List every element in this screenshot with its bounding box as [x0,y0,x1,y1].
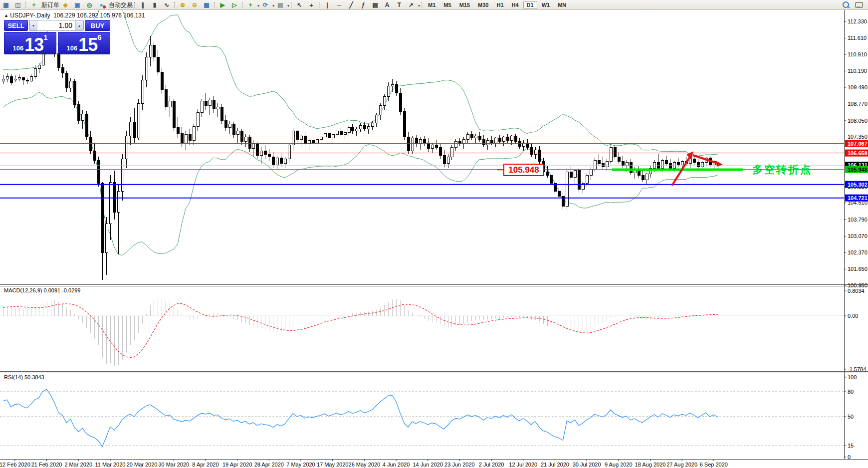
svg-text:100: 100 [848,374,857,380]
svg-text:107.350: 107.350 [848,134,868,140]
collapse-arrow-icon[interactable]: ▲ [4,13,8,18]
buy-button[interactable]: BUY [85,20,110,31]
chart-preview-icon[interactable]: ◫ [12,0,23,9]
svg-text:103.070: 103.070 [848,233,868,239]
tab-timeframe-m15[interactable]: M15 [456,1,473,9]
toolbar-separator [134,2,135,8]
vline-icon[interactable]: | [322,0,333,9]
text-icon[interactable]: A [382,0,393,9]
svg-text:104.721: 104.721 [848,195,868,201]
toolbar-icons: ▦◫+新订单◆▣◎●自动交易∥▮∿⊕⊖▦▶▷+▾⟳▾▤▾↖＋|─╱ƒ▤AT↗▾ [0,0,424,9]
crosshair-icon[interactable]: ＋ [306,0,317,9]
fibonacci-icon[interactable]: ƒ [358,0,369,9]
svg-text:107.067: 107.067 [848,141,868,147]
volume-down-icon[interactable]: ▼ [29,20,37,30]
svg-text:0: 0 [848,454,851,460]
trendline-icon[interactable]: ╱ [346,0,357,9]
bar-chart-icon[interactable]: ∥ [137,0,148,9]
svg-text:108.050: 108.050 [848,118,868,124]
tab-timeframe-m30[interactable]: M30 [474,1,492,9]
autotrading-icon[interactable]: ● [96,0,107,9]
new-chart-icon[interactable]: ▦ [0,0,11,9]
zoom-in-icon[interactable]: ⊕ [177,0,188,9]
price-note-text: 105.948 [508,165,539,175]
date-label: 14 Jun 2020 [413,462,443,468]
date-label: 9 Aug 2020 [605,462,633,468]
svg-text:103.790: 103.790 [848,217,868,223]
sell-price-display[interactable]: 106 13 1 [4,32,56,54]
candle-chart-icon[interactable]: ▮ [149,0,160,9]
new-order-icon[interactable]: + [28,0,39,9]
periods-icon[interactable]: ⟳ [260,0,271,9]
buy-price-display[interactable]: 106 15 6 [58,32,110,54]
date-label: 12 Jul 2020 [509,462,537,468]
sell-price-figure: 106 [12,45,23,53]
svg-text:110.190: 110.190 [848,68,867,74]
search-icon[interactable] [843,1,849,8]
date-label: 30 Jul 2020 [573,462,601,468]
mt4-window: ▦◫+新订单◆▣◎●自动交易∥▮∿⊕⊖▦▶▷+▾⟳▾▤▾↖＋|─╱ƒ▤AT↗▾ … [0,0,868,468]
date-label: 26 May 2020 [349,462,381,468]
auto-scroll-icon[interactable]: ▶ [217,0,228,9]
toolbar-separator [242,2,243,8]
zoom-out-icon[interactable]: ⊖ [189,0,200,9]
chart-canvas[interactable]: 105.948多空转折点112.330111.610110.910110.190… [0,0,868,468]
grid-icon[interactable]: ▤ [370,0,381,9]
buy-price-point: 6 [97,33,101,41]
symbol-name: USDJPY-,Daily [10,12,50,19]
terminal-icon[interactable]: ▣ [72,0,83,9]
chevron-down-icon[interactable]: ▾ [257,3,259,8]
tab-timeframe-h1[interactable]: H1 [493,1,507,9]
metaeditor-icon[interactable]: ◆ [60,0,71,9]
volume-up-icon[interactable]: ▲ [75,20,83,30]
buy-price-figure: 106 [66,45,77,53]
svg-text:109.490: 109.490 [848,84,868,90]
svg-text:105.302: 105.302 [848,182,868,188]
turning-point-label: 多空转折点 [752,164,812,176]
date-label: 6 Sep 2020 [700,462,728,468]
date-label: 20 Mar 2020 [127,462,158,468]
tab-timeframe-w1[interactable]: W1 [538,1,554,9]
svg-text:108.770: 108.770 [848,101,868,107]
rsi-label: RSI(14) 50.3843 [4,374,44,380]
tab-timeframe-h4[interactable]: H4 [508,1,522,9]
line-chart-icon[interactable]: ∿ [161,0,172,9]
market-depth-icon[interactable]: ◎ [84,0,95,9]
ohlc-values: 106.229 106.292 105.976 106.131 [53,12,145,19]
one-click-trading-panel: SELL ▼ 1.00 ▲ BUY 106 13 1 106 15 6 [4,20,110,54]
toolbar-separator [291,2,292,8]
toolbar-separator [25,2,26,8]
sell-button[interactable]: SELL [4,20,28,31]
buy-price-pips: 15 [78,37,97,53]
shapes-icon[interactable]: ↗ [406,0,417,9]
templates-icon[interactable]: ▤ [275,0,286,9]
date-label: 27 Aug 2020 [666,462,697,468]
chart-shift-icon[interactable]: ▷ [229,0,240,9]
cursor-icon[interactable]: ↖ [294,0,305,9]
chat-icon[interactable] [855,2,863,8]
main-toolbar: ▦◫+新订单◆▣◎●自动交易∥▮∿⊕⊖▦▶▷+▾⟳▾▤▾↖＋|─╱ƒ▤AT↗▾ … [0,0,868,10]
svg-text:0.00: 0.00 [848,313,858,319]
tab-timeframe-mn[interactable]: MN [554,1,570,9]
new-order-label[interactable]: 新订单 [41,1,59,8]
stop-dot-icon [103,5,106,8]
tab-timeframe-m1[interactable]: M1 [425,1,439,9]
toolbar-separator [319,2,320,8]
sell-price-point: 1 [43,33,47,41]
date-label: 7 May 2020 [286,462,315,468]
date-label: 19 Apr 2020 [222,462,252,468]
autotrading-label[interactable]: 自动交易 [109,1,133,8]
indicators-icon[interactable]: + [245,0,256,9]
date-label: 30 Mar 2020 [158,462,189,468]
chevron-down-icon[interactable]: ▾ [272,3,274,8]
text-label-icon[interactable]: T [394,0,405,9]
volume-input[interactable]: 1.00 [37,20,75,30]
chevron-down-icon[interactable]: ▾ [418,3,420,8]
tile-windows-icon[interactable]: ▦ [201,0,212,9]
tab-timeframe-d1[interactable]: D1 [523,1,537,9]
chevron-down-icon[interactable]: ▾ [287,3,289,8]
tab-timeframe-m5[interactable]: M5 [440,1,454,9]
hline-icon[interactable]: ─ [334,0,345,9]
svg-text:80: 80 [848,389,854,395]
svg-text:106.658: 106.658 [848,150,868,156]
